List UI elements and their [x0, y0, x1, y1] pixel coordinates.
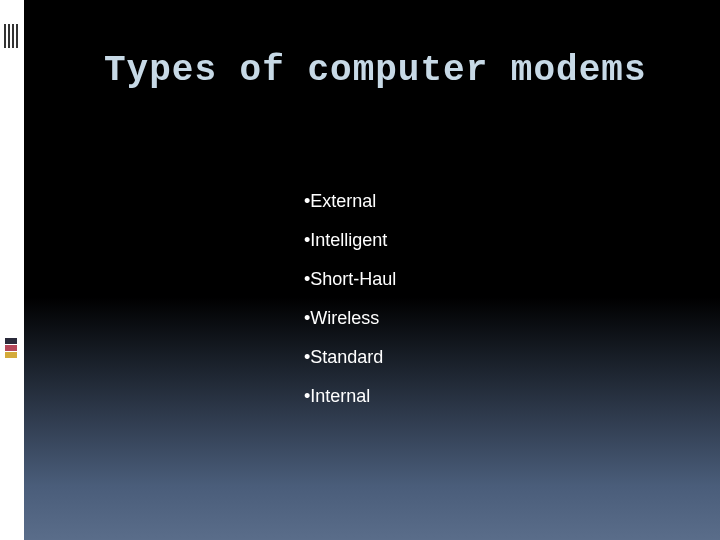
list-item-label: Intelligent — [310, 230, 387, 250]
rail-barcode-decoration — [4, 24, 18, 48]
list-item-label: Internal — [310, 386, 370, 406]
left-decorative-rail — [0, 0, 24, 540]
list-item: •Standard — [304, 347, 680, 368]
list-item: •Internal — [304, 386, 680, 407]
list-item-label: Short-Haul — [310, 269, 396, 289]
list-item: •Wireless — [304, 308, 680, 329]
slide-content: Types of computer modems •External •Inte… — [24, 0, 720, 540]
list-item-label: External — [310, 191, 376, 211]
list-item-label: Standard — [310, 347, 383, 367]
slide-title: Types of computer modems — [104, 50, 680, 91]
list-item: •Short-Haul — [304, 269, 680, 290]
rail-color-blocks — [5, 338, 17, 358]
bullet-list: •External •Intelligent •Short-Haul •Wire… — [304, 191, 680, 407]
list-item: •External — [304, 191, 680, 212]
slide: Types of computer modems •External •Inte… — [0, 0, 720, 540]
list-item-label: Wireless — [310, 308, 379, 328]
list-item: •Intelligent — [304, 230, 680, 251]
